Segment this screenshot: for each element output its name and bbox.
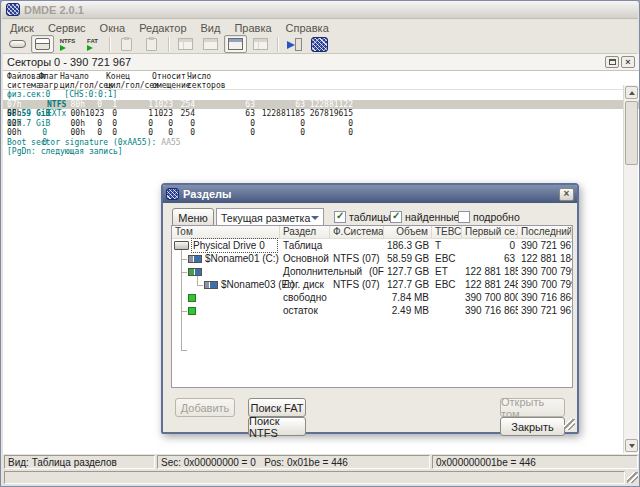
col-volume[interactable]: Том: [172, 226, 280, 238]
edit-view-button[interactable]: [249, 35, 272, 53]
search-ntfs-button[interactable]: NTFS: [56, 35, 79, 53]
table-view-button[interactable]: [174, 35, 197, 53]
partitions-list[interactable]: Том Раздел Ф.Система Объем ТЕВС Первый с…: [171, 225, 573, 388]
details-checkbox-label[interactable]: подробно: [473, 211, 520, 223]
col-partition[interactable]: Раздел: [280, 226, 330, 238]
partition-row[interactable]: 00h 00h 0 0 0 0 0 0 0 0 0: [3, 119, 639, 129]
menu-disk[interactable]: Диск: [3, 22, 41, 34]
menu-help[interactable]: Справка: [279, 22, 336, 34]
menu-view[interactable]: Вид: [194, 22, 228, 34]
partition-row[interactable]: 00h 00h 0 0 0 0 0 0 0 0 0: [3, 128, 639, 138]
paste-button[interactable]: [140, 35, 163, 53]
tebc-flags: EBC: [432, 278, 462, 291]
restore-icon: [609, 59, 616, 65]
filesystem: NTFS (07): [330, 252, 384, 265]
type-hex: 00h: [7, 128, 47, 138]
type-hex: 00h: [7, 119, 47, 129]
about-dmde-button[interactable]: [308, 35, 331, 53]
end-head: 254: [173, 100, 195, 110]
list-item[interactable]: $Noname03 (E:) Лог. диск NTFS (07) 127.7…: [172, 278, 572, 291]
scrollbar-thumb[interactable]: [625, 101, 638, 165]
table-view-icon: [178, 38, 193, 50]
toolbar-separator: [277, 37, 278, 52]
partition-row[interactable]: 0Fh EXTx 00h 1023 0 1 1023 254 63 122881…: [3, 109, 639, 119]
add-button[interactable]: Добавить: [175, 398, 235, 417]
close-button[interactable]: Закрыть: [500, 417, 565, 436]
tables-checkbox-label[interactable]: таблицы: [349, 211, 391, 223]
open-volume-button-toolbar[interactable]: [115, 35, 138, 53]
close-window-button[interactable]: ×: [621, 56, 635, 68]
col-first-sector[interactable]: Первый се...: [462, 226, 518, 238]
boot-signature-row: Boot sector signature (0xAA55): AA55: [3, 138, 639, 148]
sectors-caption-text: Секторы 0 - 390 721 967: [7, 56, 603, 68]
col-bootflag-l1: Флаг: [39, 72, 58, 81]
extended-partition-icon: [188, 268, 202, 276]
green-arrow-icon: [87, 45, 93, 51]
col-offset-l1: Относит.: [152, 72, 191, 81]
boot-signature-value: AA55: [161, 138, 180, 148]
exit-button[interactable]: [283, 35, 306, 53]
dialog-resize-grip[interactable]: [564, 419, 575, 430]
dialog-titlebar[interactable]: Разделы ×: [163, 185, 577, 203]
arrow-up-icon: [629, 91, 635, 95]
last-sector: 390 700 799: [518, 278, 572, 291]
start-head: 0: [102, 119, 117, 129]
partition-icon: [188, 255, 202, 263]
menu-service[interactable]: Сервис: [41, 22, 93, 34]
physical-disk-icon: [9, 40, 26, 48]
search-ntfs-button[interactable]: Поиск NTFS: [248, 417, 306, 436]
window-resize-grip[interactable]: [627, 472, 638, 483]
rel-offset: 0: [255, 119, 305, 129]
panel-view-button[interactable]: [224, 35, 247, 53]
col-filesystem[interactable]: Ф.Система: [330, 226, 384, 238]
col-size[interactable]: Объем: [384, 226, 432, 238]
vertical-scrollbar[interactable]: [623, 85, 638, 453]
physical-sector-row: физ.сек:0 [CHS:0:0:1]: [3, 90, 639, 100]
list-item[interactable]: свободно 7.84 MB 390 700 800 390 716 864: [172, 291, 572, 304]
menu-edit[interactable]: Правка: [227, 22, 278, 34]
fs-name: NTFS: [47, 100, 69, 110]
volume-name: $Noname01 (C:): [205, 252, 279, 265]
list-item[interactable]: $Noname01 (C:) Основной NTFS (07) 58.59 …: [172, 252, 572, 265]
partitions-dialog: Разделы × Меню Текущая разметка таблицы …: [161, 183, 579, 434]
fat-search-icon: FAT: [87, 38, 98, 51]
list-item[interactable]: Дополнительный (0F) 127.7 GB ET 122 881 …: [172, 265, 572, 278]
start-cyl: 1023: [85, 109, 102, 119]
partitions-list-header: Том Раздел Ф.Система Объем ТЕВС Первый с…: [172, 226, 572, 239]
tables-checkbox[interactable]: [334, 211, 346, 223]
start-sec: 1: [117, 100, 153, 110]
scroll-up-button[interactable]: [625, 86, 638, 99]
col-last-sector[interactable]: Последний...: [518, 226, 572, 238]
logical-disks-button[interactable]: [31, 35, 54, 53]
menu-editor[interactable]: Редактор: [132, 22, 193, 34]
list-item[interactable]: остаток 2.49 MB 390 716 865 390 721 967: [172, 304, 572, 317]
filesystem: NTFS (07): [330, 278, 384, 291]
end-sec: 63: [195, 100, 255, 110]
boot-flag: 00h: [69, 128, 85, 138]
found-checkbox[interactable]: [390, 211, 402, 223]
details-checkbox[interactable]: [458, 211, 470, 223]
list-view-button[interactable]: [199, 35, 222, 53]
physical-disk-button[interactable]: [6, 35, 29, 53]
sector-count: 0: [305, 128, 353, 138]
search-fat-button[interactable]: FAT: [81, 35, 104, 53]
col-tebc[interactable]: ТЕВС: [432, 226, 462, 238]
scroll-down-button[interactable]: [625, 439, 638, 452]
green-arrow-icon: [60, 45, 66, 51]
first-sector: 122 881 185: [462, 265, 518, 278]
end-cyl: 1023: [153, 100, 173, 110]
found-checkbox-label[interactable]: найденные: [405, 211, 459, 223]
dialog-close-button[interactable]: ×: [559, 188, 574, 201]
fs-name: [47, 128, 69, 138]
partition-row[interactable]: 07h NTFS 80h 0 1 1 1023 254 63 63 122881…: [3, 100, 639, 110]
filesystem: [330, 291, 384, 304]
restore-window-button[interactable]: [605, 56, 619, 68]
start-cyl: 0: [85, 119, 102, 129]
free-space-icon: [188, 294, 196, 302]
volume-name: Physical Drive 0: [192, 239, 277, 252]
volume-name: $Noname03 (E:): [221, 278, 294, 291]
toolbar: NTFS FAT: [3, 35, 637, 54]
list-item[interactable]: Physical Drive 0 Таблица 186.3 GB T 0 39…: [172, 239, 572, 252]
menu-windows[interactable]: Окна: [93, 22, 133, 34]
open-volume-button[interactable]: Открыть том: [500, 398, 565, 417]
